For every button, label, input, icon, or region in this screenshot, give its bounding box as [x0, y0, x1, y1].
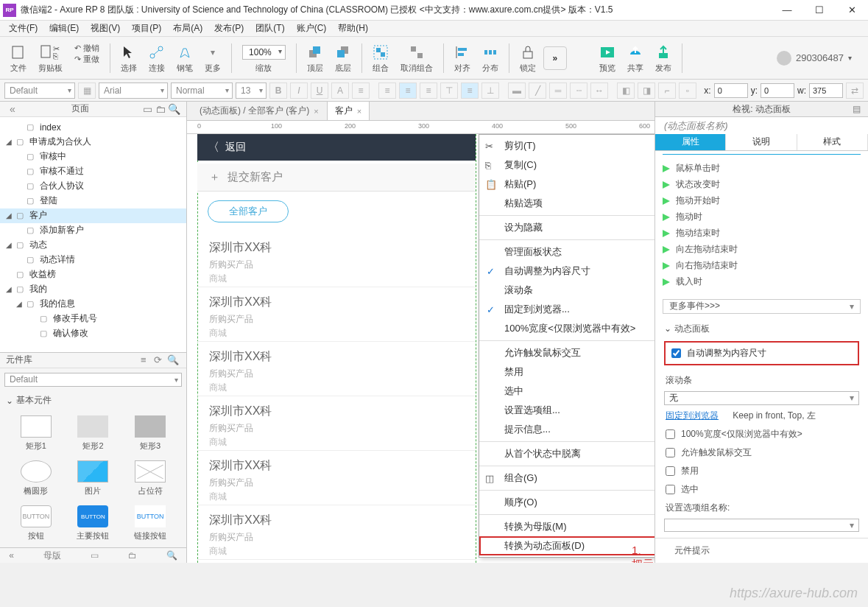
event-item[interactable]: 状态改变时: [655, 177, 868, 193]
shape-item[interactable]: 椭圆形: [10, 460, 62, 497]
align-right-button[interactable]: ≡: [420, 83, 437, 99]
more-events-combo[interactable]: 更多事件>>>: [663, 299, 861, 314]
sel-group-combo[interactable]: [664, 519, 859, 532]
event-item[interactable]: 向右拖动结束时: [655, 258, 868, 274]
outer-shadow-button[interactable]: ◧: [617, 83, 635, 99]
tool-preview[interactable]: 预览: [595, 42, 620, 74]
line-style-button[interactable]: ┄: [570, 83, 588, 99]
customer-item[interactable]: 深圳市XX科所购买产品商城: [197, 451, 476, 505]
underline-button[interactable]: U: [311, 83, 328, 99]
menu-team[interactable]: 团队(T): [250, 22, 290, 35]
menu-view[interactable]: 视图(V): [85, 22, 126, 35]
tool-top[interactable]: 顶层: [303, 42, 328, 74]
add-folder-icon[interactable]: 🗀: [154, 103, 167, 115]
ctx-item[interactable]: 设置选项组...: [479, 401, 654, 420]
customer-item[interactable]: 深圳市XX科所购买产品商城: [197, 287, 476, 342]
tree-item[interactable]: ▢修改手机号: [0, 312, 186, 326]
customer-item[interactable]: 深圳市XX科所购买产品商城: [197, 342, 476, 396]
x-input[interactable]: 0: [714, 83, 748, 98]
valign-bottom-button[interactable]: ⊥: [481, 83, 499, 99]
tool-group-btn[interactable]: 组合: [368, 42, 393, 74]
valign-top-button[interactable]: ⊤: [440, 83, 458, 99]
canvas[interactable]: 〈 返回 ＋提交新客户 全部客户 深圳市XX科所购买产品商城深圳市XX科所购买产…: [187, 134, 654, 563]
chk-mouse[interactable]: 允许触发鼠标交互: [655, 443, 868, 462]
ctx-item[interactable]: 管理面板状态: [479, 242, 654, 262]
font-combo[interactable]: Arial: [99, 83, 168, 99]
menu-help[interactable]: 帮助(H): [332, 22, 374, 35]
ctx-item[interactable]: 从首个状态中脱离: [479, 444, 654, 463]
library-section[interactable]: ⌄基本元件: [0, 391, 186, 410]
menu-edit[interactable]: 编辑(E): [43, 22, 85, 35]
tree-item[interactable]: ▢动态详情: [0, 253, 186, 267]
line-color-button[interactable]: ╱: [529, 83, 546, 99]
text-color-button[interactable]: A: [331, 83, 349, 99]
ctx-item[interactable]: ✓自动调整为内容尺寸: [479, 262, 654, 281]
tab-notes[interactable]: 说明: [726, 134, 797, 150]
tool-connect[interactable]: 连接: [144, 42, 169, 74]
lib-refresh-icon[interactable]: ⟳: [154, 354, 167, 365]
tree-item[interactable]: ◢▢我的信息: [0, 297, 186, 312]
tool-lock[interactable]: 锁定: [515, 42, 540, 74]
inspector-menu-icon[interactable]: ▤: [853, 104, 861, 114]
shape-item[interactable]: 矩形3: [124, 415, 176, 452]
tree-item[interactable]: ◢▢动态: [0, 238, 186, 253]
event-item[interactable]: 鼠标单击时: [655, 161, 868, 177]
ctx-item[interactable]: 选中: [479, 382, 654, 401]
close-icon[interactable]: ×: [357, 107, 361, 116]
w-input[interactable]: 375: [809, 83, 843, 98]
tool-select[interactable]: 选择: [116, 42, 141, 74]
footer-search-icon[interactable]: 🔍: [166, 550, 177, 561]
ctx-item[interactable]: 转换为动态面板(D): [479, 536, 654, 555]
chk-100width[interactable]: 100%宽度<仅限浏览器中有效>: [655, 425, 868, 443]
lib-menu-icon[interactable]: ≡: [141, 354, 154, 365]
shape-item[interactable]: BUTTON主要按钮: [68, 505, 119, 541]
tree-item[interactable]: ▢审核不通过: [0, 164, 186, 179]
menu-file[interactable]: 文件(F): [3, 22, 43, 35]
ctx-item[interactable]: 📋粘贴(P): [479, 175, 654, 194]
menu-account[interactable]: 账户(C): [291, 22, 333, 35]
size-combo[interactable]: 13: [236, 83, 267, 99]
all-customers-button[interactable]: 全部客户: [208, 200, 289, 222]
shape-item[interactable]: 矩形2: [68, 415, 119, 452]
tool-align[interactable]: 对齐: [450, 42, 475, 74]
close-button[interactable]: ✕: [836, 0, 868, 21]
event-item[interactable]: 载入时: [655, 274, 868, 290]
tab-style[interactable]: 样式: [797, 134, 868, 150]
tree-item[interactable]: ▢添加新客户: [0, 223, 186, 238]
align-center-button[interactable]: ≡: [399, 83, 417, 99]
tree-item[interactable]: ▢登陆: [0, 194, 186, 208]
minimize-button[interactable]: —: [771, 0, 803, 21]
chk-select[interactable]: 选中: [655, 480, 868, 499]
event-item[interactable]: 拖动开始时: [655, 193, 868, 209]
ctx-item[interactable]: 粘贴选项▶: [479, 194, 654, 213]
library-combo[interactable]: Default: [4, 373, 182, 387]
tool-ungroup[interactable]: 取消组合: [396, 42, 437, 74]
back-icon[interactable]: 〈: [208, 140, 219, 155]
style-combo[interactable]: Default: [4, 83, 75, 99]
masters-tab[interactable]: 母版: [43, 550, 61, 562]
ctx-item[interactable]: 顺序(O)▶: [479, 493, 654, 512]
add-customer-row[interactable]: ＋提交新客户: [197, 164, 476, 192]
customer-item[interactable]: 深圳市XX科所购买产品商城: [197, 505, 476, 560]
shape-item[interactable]: 占位符: [124, 460, 176, 497]
tool-clipboard[interactable]: ✂⎘剪贴板: [34, 42, 67, 74]
account-menu[interactable]: 290306487▾: [777, 51, 862, 66]
tree-item[interactable]: ◢▢申请成为合伙人: [0, 135, 186, 150]
ctx-item[interactable]: ✓固定到浏览器...: [479, 300, 654, 319]
valign-mid-button[interactable]: ≡: [461, 83, 479, 99]
scrollbar-combo[interactable]: 无: [664, 391, 859, 405]
menu-publish[interactable]: 发布(P): [208, 22, 250, 35]
tool-file[interactable]: 文件: [6, 42, 31, 74]
arrow-button[interactable]: ↔: [590, 83, 608, 99]
event-item[interactable]: 拖动时: [655, 209, 868, 225]
hint-section[interactable]: ⌄元件提示: [655, 538, 868, 563]
ctx-item[interactable]: 设为隐藏: [479, 218, 654, 237]
ctx-item[interactable]: 提示信息...: [479, 420, 654, 439]
weight-combo[interactable]: Normal: [171, 83, 233, 99]
tool-publish[interactable]: 发布: [651, 42, 676, 74]
tree-item[interactable]: ▢index: [0, 120, 186, 135]
menu-project[interactable]: 项目(P): [126, 22, 167, 35]
inner-shadow-button[interactable]: ◨: [638, 83, 655, 99]
tab-panel[interactable]: (动态面板) / 全部客户 (客户)×: [191, 101, 327, 120]
collapse-icon[interactable]: «: [6, 103, 19, 115]
